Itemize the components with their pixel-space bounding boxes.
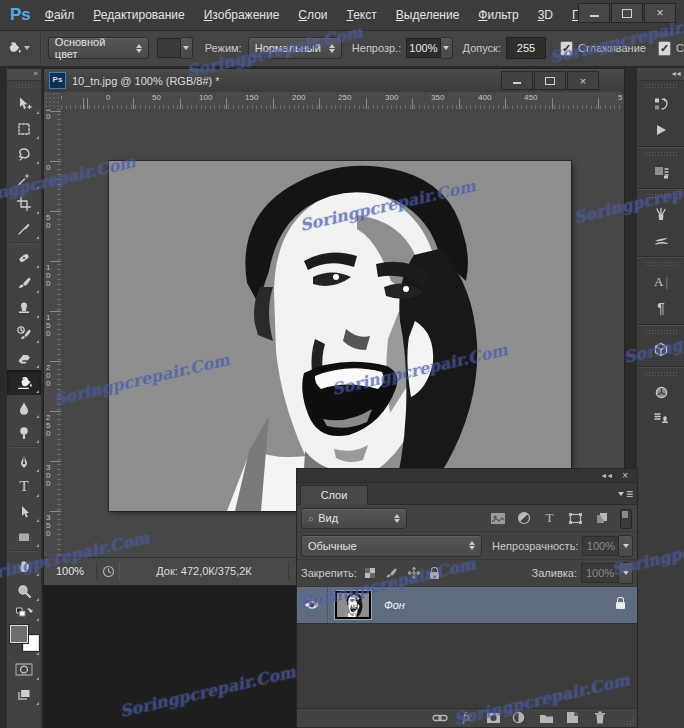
- actions-panel-icon[interactable]: [637, 117, 684, 143]
- status-scrub-button[interactable]: [96, 562, 120, 580]
- opacity-dropdown-button[interactable]: [441, 37, 453, 59]
- antialias-checkbox[interactable]: ✓: [560, 41, 573, 56]
- lock-transparency-icon[interactable]: [365, 568, 375, 578]
- brush-presets-panel-icon[interactable]: [637, 227, 684, 253]
- pattern-picker-button[interactable]: [181, 37, 193, 59]
- add-layer-mask-button[interactable]: [483, 710, 503, 725]
- app-close-button[interactable]: ×: [644, 3, 676, 23]
- menu-3d[interactable]: 3D: [538, 8, 553, 22]
- dock-grip[interactable]: [645, 193, 677, 199]
- menu-type[interactable]: Текст: [347, 8, 377, 22]
- dock-grip[interactable]: [645, 329, 677, 335]
- tool-eraser[interactable]: [7, 345, 41, 370]
- panel-close-icon[interactable]: ×: [622, 470, 627, 481]
- panel-resize-grip[interactable]: [623, 714, 635, 726]
- new-group-button[interactable]: [536, 710, 556, 725]
- delete-layer-button[interactable]: [590, 710, 610, 725]
- tool-zoom[interactable]: [7, 578, 41, 603]
- layer-thumbnail[interactable]: [334, 590, 372, 620]
- horizontal-ruler[interactable]: 50 0 50 100 150 200 250 300 350 400 450 …: [61, 92, 623, 110]
- pattern-swatch[interactable]: [157, 38, 181, 58]
- menu-file[interactable]: Файл: [45, 8, 75, 22]
- menu-edit[interactable]: Редактирование: [93, 8, 184, 22]
- app-maximize-button[interactable]: [611, 3, 643, 23]
- layer-name[interactable]: Фон: [384, 599, 405, 611]
- doc-minimize-button[interactable]: [501, 71, 533, 90]
- mode-select[interactable]: Нормальный: [248, 37, 342, 59]
- filter-kind-select[interactable]: ⌕ Вид: [301, 508, 407, 529]
- layer-fill-value[interactable]: 100%: [581, 563, 619, 583]
- panel-collapse-icon[interactable]: ◄◄: [600, 472, 612, 479]
- contiguous-checkbox[interactable]: ✓: [658, 41, 671, 56]
- doc-close-button[interactable]: ×: [567, 71, 599, 90]
- tool-marquee[interactable]: [7, 116, 41, 141]
- tool-move[interactable]: [7, 91, 41, 116]
- link-layers-button[interactable]: [430, 710, 450, 725]
- layer-comps-panel-icon[interactable]: [637, 159, 684, 185]
- menu-filter[interactable]: Фильтр: [478, 8, 518, 22]
- canvas-image[interactable]: [109, 161, 571, 511]
- zoom-level[interactable]: 100%: [44, 565, 96, 577]
- tool-dodge[interactable]: [7, 420, 41, 445]
- fill-caret-button[interactable]: [619, 562, 633, 584]
- dock-grip[interactable]: [645, 83, 677, 89]
- dock-collapse-button[interactable]: ◄◄: [637, 68, 684, 81]
- brush-settings-panel-icon[interactable]: [637, 201, 684, 227]
- tool-preset-picker[interactable]: [0, 39, 34, 57]
- tool-paint-bucket[interactable]: [7, 370, 41, 395]
- tool-clone-stamp[interactable]: [7, 295, 41, 320]
- ruler-corner[interactable]: [44, 92, 62, 110]
- lock-position-icon[interactable]: [407, 566, 421, 580]
- character-panel-icon[interactable]: A|: [637, 269, 684, 295]
- layer-visibility-toggle[interactable]: [297, 587, 328, 623]
- paragraph-panel-icon[interactable]: ¶: [637, 295, 684, 321]
- tools-grip[interactable]: [15, 83, 33, 89]
- dock-grip[interactable]: [645, 151, 677, 157]
- screen-mode-button[interactable]: [7, 682, 41, 707]
- dock-grip[interactable]: [645, 371, 677, 377]
- history-panel-icon[interactable]: [637, 91, 684, 117]
- menu-image[interactable]: Изображение: [204, 8, 280, 22]
- 3d-panel-icon[interactable]: [637, 337, 684, 363]
- tool-type[interactable]: T: [7, 474, 41, 499]
- opacity-caret-button[interactable]: [619, 535, 633, 557]
- document-size-info[interactable]: Док: 472,0К/375,2К: [120, 562, 289, 580]
- tool-eyedropper[interactable]: [7, 216, 41, 241]
- blend-mode-select[interactable]: Обычные: [301, 535, 482, 557]
- tool-healing-brush[interactable]: [7, 245, 41, 270]
- clone-source-panel-icon[interactable]: [637, 405, 684, 431]
- tool-blur[interactable]: [7, 395, 41, 420]
- doc-maximize-button[interactable]: [534, 71, 566, 90]
- tool-path-selection[interactable]: [7, 499, 41, 524]
- app-minimize-button[interactable]: [578, 3, 610, 23]
- swap-colors-control[interactable]: [7, 603, 41, 623]
- panel-menu-button[interactable]: ≡: [618, 487, 633, 501]
- tool-history-brush[interactable]: [7, 320, 41, 345]
- quick-mask-button[interactable]: [7, 657, 41, 682]
- lock-all-icon[interactable]: [430, 572, 439, 579]
- color-swatches[interactable]: [7, 623, 41, 657]
- menu-layers[interactable]: Слои: [298, 8, 327, 22]
- layer-opacity-value[interactable]: 100%: [582, 536, 619, 556]
- layer-row-background[interactable]: Фон: [297, 587, 637, 624]
- tool-hand[interactable]: [7, 553, 41, 578]
- filter-pixel-layers-icon[interactable]: [489, 511, 506, 526]
- tolerance-input[interactable]: [506, 37, 546, 59]
- new-layer-button[interactable]: [562, 710, 582, 725]
- filter-type-layers-icon[interactable]: T: [541, 511, 558, 526]
- filter-toggle-switch[interactable]: [620, 509, 632, 529]
- layers-list-empty-area[interactable]: [297, 624, 637, 708]
- dock-grip[interactable]: [645, 261, 677, 267]
- opacity-value[interactable]: 100%: [406, 38, 440, 58]
- filter-adjustment-layers-icon[interactable]: [515, 511, 532, 526]
- lock-pixels-icon[interactable]: [384, 566, 398, 580]
- tab-layers[interactable]: Слои: [300, 485, 368, 505]
- add-adjustment-layer-button[interactable]: [508, 710, 528, 725]
- layers-panel-titlebar[interactable]: ◄◄ ×: [297, 469, 637, 483]
- foreground-color-swatch[interactable]: [10, 625, 28, 643]
- filter-shape-layers-icon[interactable]: [567, 511, 584, 526]
- tool-lasso[interactable]: [7, 141, 41, 166]
- styles-panel-icon[interactable]: [637, 379, 684, 405]
- tool-magic-wand[interactable]: [7, 166, 41, 191]
- filter-smart-objects-icon[interactable]: [593, 511, 610, 526]
